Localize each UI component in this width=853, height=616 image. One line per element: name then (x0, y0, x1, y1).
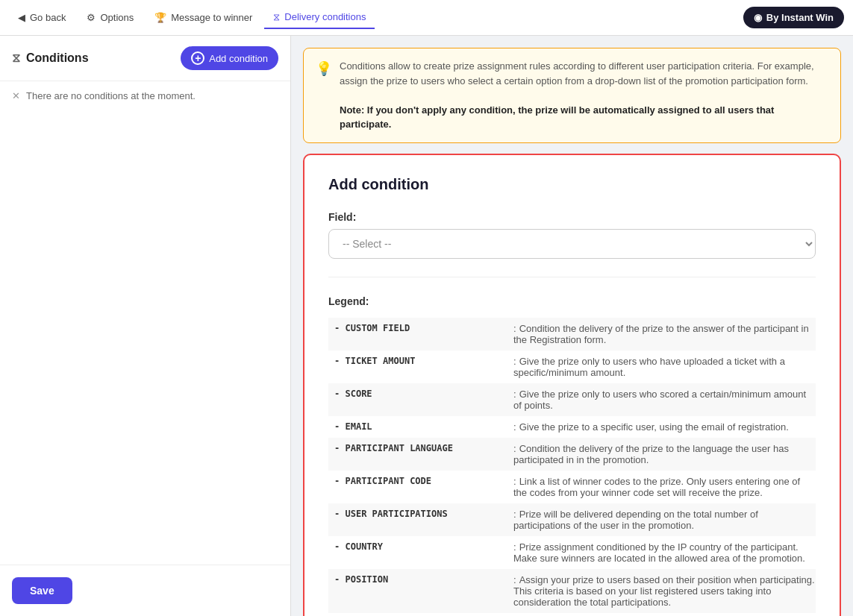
nav-right: ◉ By Instant Win (743, 7, 844, 28)
add-condition-button[interactable]: + Add condition (181, 46, 278, 70)
legend-desc: :Assign the prize from a date on/ up unt… (507, 613, 816, 617)
top-nav: ◀ Go back ⚙ Options 🏆 Message to winner … (0, 0, 853, 36)
info-banner-note: Note: If you don't apply any condition, … (340, 104, 774, 131)
legend-desc: :Give the prize only to users who have u… (507, 351, 816, 383)
delivery-conditions-tab[interactable]: ⧖ Delivery conditions (264, 7, 375, 29)
lightbulb-icon: 💡 (316, 59, 332, 132)
instant-win-icon: ◉ (754, 12, 762, 23)
message-to-winner-label: Message to winner (171, 12, 252, 23)
legend-row: - PARTICIPANT CODE :Link a list of winne… (328, 471, 816, 503)
sidebar: ⧖ Conditions + Add condition ✕ There are… (0, 36, 291, 616)
conditions-heading: Conditions (26, 51, 89, 65)
legend-row: - SCORE :Give the prize only to users wh… (328, 383, 816, 416)
info-banner-text: Conditions allow to create prize assignm… (340, 59, 828, 132)
options-button[interactable]: ⚙ Options (78, 7, 143, 28)
field-label: Field: (328, 211, 816, 223)
legend-desc: :Prize assignment conditioned by the IP … (507, 536, 816, 569)
save-button[interactable]: Save (12, 577, 72, 604)
sidebar-title: ⧖ Conditions (12, 51, 89, 65)
legend-desc: :Assign your prize to users based on the… (507, 569, 816, 613)
legend-table: - CUSTOM FIELD :Condition the delivery o… (328, 318, 816, 617)
legend-key: - EMAIL (328, 416, 507, 438)
legend-desc: :Link a list of winner codes to the priz… (507, 471, 816, 503)
legend-row: - DELIVERY DATE :Assign the prize from a… (328, 613, 816, 617)
legend-key: - CUSTOM FIELD (328, 318, 507, 351)
legend-desc: :Condition the delivery of the prize to … (507, 318, 816, 351)
go-back-icon: ◀ (18, 12, 25, 23)
no-conditions-message: ✕ There are no conditions at the moment. (0, 81, 290, 110)
delivery-conditions-label: Delivery conditions (284, 11, 366, 22)
legend-key: - DELIVERY DATE (328, 613, 507, 617)
instant-win-label: By Instant Win (766, 12, 834, 23)
legend-row: - CUSTOM FIELD :Condition the delivery o… (328, 318, 816, 351)
info-banner-body: Conditions allow to create prize assignm… (340, 60, 814, 87)
trophy-icon: 🏆 (154, 12, 166, 23)
legend-desc: :Give the prize only to users who scored… (507, 383, 816, 416)
legend-key: - COUNTRY (328, 536, 507, 569)
legend-row: - PARTICIPANT LANGUAGE :Condition the de… (328, 438, 816, 471)
info-banner: 💡 Conditions allow to create prize assig… (303, 48, 841, 143)
legend-title: Legend: (328, 295, 816, 307)
legend-row: - EMAIL :Give the prize to a specific us… (328, 416, 816, 438)
legend-row: - POSITION :Assign your prize to users b… (328, 569, 816, 613)
save-area: Save (0, 565, 290, 616)
options-icon: ⚙ (87, 12, 96, 23)
add-condition-modal: Add condition Field: -- Select -- Legend… (303, 154, 841, 617)
modal-title: Add condition (328, 176, 816, 193)
right-content: 💡 Conditions allow to create prize assig… (291, 36, 853, 616)
legend-desc: :Prize will be delivered depending on th… (507, 503, 816, 536)
plus-icon: + (191, 51, 204, 65)
sidebar-header: ⧖ Conditions + Add condition (0, 36, 290, 81)
go-back-button[interactable]: ◀ Go back (9, 7, 75, 28)
divider (328, 277, 816, 277)
filter-icon: ⧖ (273, 11, 280, 23)
field-select[interactable]: -- Select -- (328, 229, 816, 259)
close-icon: ✕ (12, 90, 20, 101)
legend-desc: :Condition the delivery of the prize to … (507, 438, 816, 471)
legend-key: - PARTICIPANT LANGUAGE (328, 438, 507, 471)
save-label: Save (30, 585, 54, 597)
go-back-label: Go back (30, 12, 66, 23)
legend-row: - USER PARTICIPATIONS :Prize will be del… (328, 503, 816, 536)
legend-desc: :Give the prize to a specific user, usin… (507, 416, 816, 438)
main-layout: ⧖ Conditions + Add condition ✕ There are… (0, 36, 853, 616)
no-conditions-text: There are no conditions at the moment. (26, 90, 196, 101)
legend-row: - COUNTRY :Prize assignment conditioned … (328, 536, 816, 569)
legend-key: - TICKET AMOUNT (328, 351, 507, 383)
options-label: Options (100, 12, 134, 23)
instant-win-button[interactable]: ◉ By Instant Win (743, 7, 844, 28)
legend-key: - PARTICIPANT CODE (328, 471, 507, 503)
add-condition-label: Add condition (209, 53, 268, 64)
legend-key: - SCORE (328, 383, 507, 416)
message-to-winner-button[interactable]: 🏆 Message to winner (146, 7, 261, 28)
legend-row: - TICKET AMOUNT :Give the prize only to … (328, 351, 816, 383)
legend-key: - POSITION (328, 569, 507, 613)
conditions-filter-icon: ⧖ (12, 51, 20, 65)
legend-key: - USER PARTICIPATIONS (328, 503, 507, 536)
